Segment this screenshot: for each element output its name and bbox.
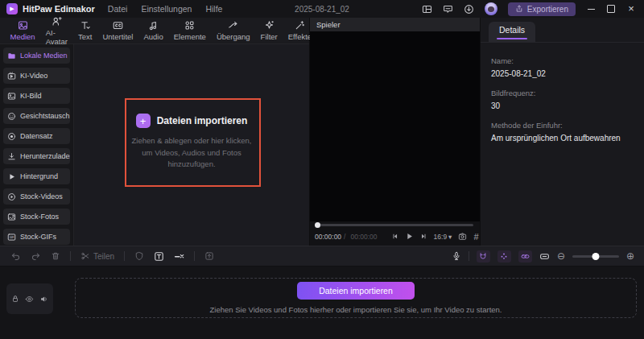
- picture-icon: [7, 92, 16, 101]
- menu-einstellungen[interactable]: Einstellungen: [141, 4, 192, 14]
- titlebar-actions: Exportieren ×: [422, 2, 644, 16]
- play-icon: [7, 172, 16, 181]
- split-button[interactable]: Teilen: [80, 251, 114, 261]
- seek-bar[interactable]: [315, 224, 473, 226]
- zoom-slider-handle[interactable]: [592, 253, 599, 260]
- tab-untertitel[interactable]: Untertitel: [97, 20, 138, 41]
- toolbar-divider: [124, 251, 125, 261]
- minimize-button[interactable]: [586, 4, 596, 14]
- eye-icon[interactable]: [25, 295, 34, 304]
- auto-fit-icon[interactable]: [539, 251, 550, 262]
- chevron-down-icon: ▾: [448, 233, 452, 241]
- lock-icon[interactable]: [11, 295, 19, 303]
- speaker-icon[interactable]: [39, 295, 48, 304]
- titlebar: ▶ HitPaw Edimakor Datei Einstellungen Hi…: [0, 0, 644, 19]
- download-icon: [7, 152, 16, 161]
- sidebar-item-herunterzuladen[interactable]: Herunterzuladen: [3, 148, 70, 164]
- download-circle-icon[interactable]: [464, 4, 474, 14]
- player-panel: Spieler 00:00:00 / 00:00:00 16: [310, 18, 481, 246]
- sidebar-item-stock-videos[interactable]: Stock-Videos: [3, 188, 70, 205]
- shield-icon[interactable]: [134, 251, 144, 261]
- plus-icon: +: [136, 114, 151, 128]
- previous-frame-icon[interactable]: [391, 233, 398, 240]
- svg-text:GIF: GIF: [10, 236, 14, 239]
- magic-wand-icon: [295, 20, 305, 31]
- text-box-icon[interactable]: [154, 251, 164, 262]
- tab-filter[interactable]: Filter: [255, 20, 283, 41]
- sparkle-icon: [264, 20, 275, 31]
- next-frame-icon[interactable]: [420, 233, 427, 240]
- image-icon: [18, 20, 28, 31]
- scissors-icon: [80, 251, 90, 261]
- tab-details[interactable]: Details: [489, 22, 535, 42]
- app-window: ▶ HitPaw Edimakor Datei Einstellungen Hi…: [0, 0, 644, 339]
- time-separator: /: [344, 233, 345, 241]
- undo-icon[interactable]: [10, 251, 21, 262]
- tab-elemente[interactable]: Elemente: [168, 20, 211, 41]
- menu-datei[interactable]: Datei: [108, 4, 128, 14]
- details-tabstrip: Details: [481, 18, 644, 43]
- sidebar-item-ki-bild[interactable]: KI-Bild: [3, 88, 70, 104]
- avatar-icon: [52, 16, 62, 27]
- app-logo-icon: ▶: [6, 3, 18, 14]
- sidebar-item-stock-fotos[interactable]: Stock-Fotos: [3, 209, 70, 225]
- track-controls: [6, 283, 53, 314]
- tab-audio[interactable]: Audio: [138, 20, 168, 41]
- snapshot-camera-icon[interactable]: [458, 232, 467, 241]
- close-button[interactable]: ×: [626, 4, 636, 14]
- zoom-in-icon[interactable]: ⊕: [626, 251, 634, 261]
- video-icon: [7, 72, 16, 81]
- gif-icon: GIF: [7, 233, 16, 242]
- menu-hilfe[interactable]: Hilfe: [205, 4, 222, 14]
- edit-toolbar: Teilen: [0, 246, 644, 267]
- feedback-icon[interactable]: [443, 4, 453, 14]
- player-header: Spieler: [310, 18, 480, 31]
- export-clip-icon[interactable]: [204, 251, 214, 261]
- zoom-out-icon[interactable]: ⊖: [557, 251, 565, 261]
- sidebar-item-hintergrund[interactable]: Hintergrund: [3, 168, 70, 184]
- seek-handle[interactable]: [315, 222, 320, 228]
- import-dropzone[interactable]: + Dateien importieren Ziehen & ablegen o…: [107, 114, 276, 171]
- maximize-button[interactable]: [606, 4, 616, 14]
- aspect-ratio-selector[interactable]: 16:9▾: [434, 233, 452, 241]
- split-label: Teilen: [93, 252, 114, 261]
- import-files-button[interactable]: Dateien importieren: [297, 282, 415, 300]
- sidebar-item-datensatz[interactable]: Datensatz: [3, 128, 70, 144]
- tab-medien[interactable]: Medien: [5, 20, 40, 41]
- keyframe-cluster-icon[interactable]: [497, 250, 511, 263]
- export-button-label: Exportieren: [527, 5, 568, 14]
- text-icon: [80, 20, 90, 31]
- export-button[interactable]: Exportieren: [508, 2, 576, 16]
- document-title: 2025-08-21_02: [242, 5, 402, 14]
- user-avatar[interactable]: [485, 2, 497, 15]
- player-title: Spieler: [316, 20, 341, 29]
- details-panel: Details Name: 2025-08-21_02 Bildfrequenz…: [481, 18, 644, 246]
- tab-ai-avatar[interactable]: AI-Avatar: [40, 16, 72, 46]
- redo-icon[interactable]: [31, 251, 41, 262]
- grid-icon[interactable]: #: [473, 232, 478, 242]
- sidebar-item-stock-gifs[interactable]: GIF Stock-GIFs: [3, 229, 70, 245]
- microphone-icon[interactable]: [452, 251, 461, 261]
- layout-panels-icon[interactable]: [422, 4, 432, 14]
- timeline-zoom-slider[interactable]: [572, 255, 619, 258]
- field-framerate: Bildfrequenz: 30: [491, 89, 634, 110]
- link-tracks-icon[interactable]: [518, 250, 532, 263]
- sidebar-item-lokale-medien[interactable]: Lokale Medien: [3, 48, 70, 64]
- sidebar-item-ki-video[interactable]: KI-Video: [3, 68, 70, 84]
- tab-uebergang[interactable]: Übergang: [211, 20, 255, 41]
- app-name: HitPaw Edimakor: [23, 4, 95, 14]
- magnet-snap-icon[interactable]: [477, 250, 490, 263]
- sidebar-item-gesichtstausch[interactable]: Gesichtstausch: [3, 108, 70, 124]
- media-content-area: + Dateien importieren Ziehen & ablegen o…: [75, 44, 308, 246]
- transition-icon: [228, 20, 238, 31]
- delete-trash-icon[interactable]: [51, 251, 60, 261]
- tab-text[interactable]: Text: [72, 20, 97, 41]
- media-sidebar: Lokale Medien KI-Video KI-Bild Gesichtst…: [0, 44, 74, 246]
- field-import-method: Methode der Einfuhr: Am ursprünglichen O…: [491, 121, 634, 143]
- toolbar-divider: [70, 251, 71, 261]
- music-note-icon: [148, 20, 159, 31]
- import-title: Dateien importieren: [157, 115, 248, 126]
- timeline-dropzone[interactable]: Dateien importieren Ziehen Sie Videos un…: [75, 278, 637, 318]
- delete-track-icon[interactable]: [174, 251, 184, 262]
- play-button-icon[interactable]: [405, 232, 414, 241]
